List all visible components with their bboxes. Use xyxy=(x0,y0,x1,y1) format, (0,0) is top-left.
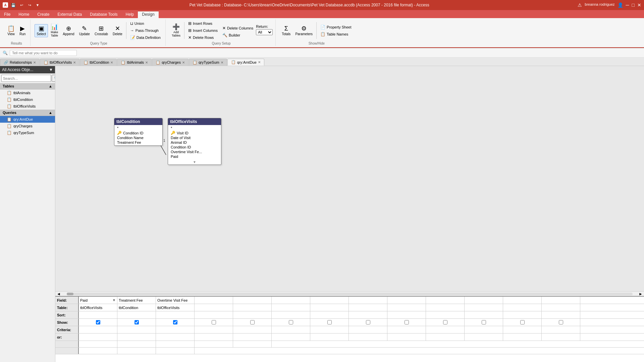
grid-table-6[interactable] xyxy=(272,304,310,311)
nav-item-qryTypeSum[interactable]: 📋 qryTypeSum xyxy=(0,129,55,136)
tab-tblAnimals[interactable]: 📋 tblAnimals ✕ xyxy=(117,59,152,66)
show-checkbox-12[interactable] xyxy=(520,320,525,324)
hscroll-left-btn[interactable]: ◄ xyxy=(55,292,62,296)
grid-criteria-6[interactable] xyxy=(272,326,310,333)
parameters-button[interactable]: ⚙ Parameters xyxy=(293,24,315,37)
show-checkbox-8[interactable] xyxy=(366,320,370,324)
redo-quick-btn[interactable]: ↪ xyxy=(26,2,33,8)
data-definition-button[interactable]: 📝 Data Definition xyxy=(128,34,163,41)
grid-criteria-13[interactable] xyxy=(542,326,580,333)
tblOfficeVisits-field-conditionid[interactable]: Condition ID xyxy=(168,145,221,149)
grid-criteria-5[interactable] xyxy=(233,326,272,333)
grid-show-1[interactable] xyxy=(79,319,117,326)
tab-home[interactable]: Home xyxy=(14,11,33,18)
grid-table-13[interactable] xyxy=(542,304,580,311)
grid-show-8[interactable] xyxy=(349,319,387,326)
tblOfficeVisits-close[interactable]: ✕ xyxy=(73,61,76,64)
append-button[interactable]: ⊕ Append xyxy=(61,24,76,37)
grid-sort-5[interactable] xyxy=(233,311,272,318)
grid-field-13[interactable] xyxy=(542,297,580,304)
grid-extra2-1[interactable] xyxy=(79,348,117,354)
grid-show-5[interactable] xyxy=(233,319,272,326)
grid-show-6[interactable] xyxy=(272,319,310,326)
grid-criteria-1[interactable] xyxy=(79,326,117,333)
table-names-button[interactable]: 📋 Table Names xyxy=(318,31,353,38)
tblAnimals-tab-close[interactable]: ✕ xyxy=(145,61,148,64)
grid-field-overtimefee[interactable]: Overtime Visit Fee xyxy=(156,297,195,304)
tab-qryAmtDue[interactable]: 📋 qry:AmtDue ✕ xyxy=(227,59,264,66)
grid-show-13[interactable] xyxy=(542,319,580,326)
show-checkbox-11[interactable] xyxy=(482,320,486,324)
show-checkbox-7[interactable] xyxy=(327,320,332,324)
grid-sort-2[interactable] xyxy=(117,311,156,318)
select-button[interactable]: ▣ Select xyxy=(35,24,48,37)
tab-external-data[interactable]: External Data xyxy=(53,11,86,18)
grid-field-11[interactable] xyxy=(465,297,503,304)
tab-create[interactable]: Create xyxy=(33,11,53,18)
grid-show-11[interactable] xyxy=(465,319,503,326)
grid-extra1-5[interactable] xyxy=(233,341,272,347)
grid-criteria-4[interactable] xyxy=(195,326,233,333)
qryCharges-tab-close[interactable]: ✕ xyxy=(182,61,185,64)
grid-table-overtimefee[interactable]: tblOfficeVisits xyxy=(156,304,195,311)
grid-extra2-3[interactable] xyxy=(156,348,195,354)
grid-criteria-3[interactable] xyxy=(156,326,195,333)
qryTypeSum-tab-close[interactable]: ✕ xyxy=(221,61,223,64)
builder-button[interactable]: 🔨 Builder xyxy=(220,32,255,39)
grid-show-3[interactable] xyxy=(156,319,195,326)
nav-section-queries[interactable]: Queries ▲ xyxy=(0,110,55,116)
grid-sort-11[interactable] xyxy=(465,311,503,318)
union-button[interactable]: ⊔ Union xyxy=(128,20,163,27)
tab-tblOfficeVisits[interactable]: 📋 tblOfficeVisits ✕ xyxy=(40,59,79,66)
grid-or-2[interactable] xyxy=(117,334,156,341)
totals-button[interactable]: Σ Totals xyxy=(280,24,292,37)
add-tables-button[interactable]: ➕ AddTables xyxy=(170,22,182,39)
grid-sort-1[interactable] xyxy=(79,311,117,318)
relationships-tab-close[interactable]: ✕ xyxy=(33,61,36,64)
grid-criteria-12[interactable] xyxy=(503,326,542,333)
grid-criteria-11[interactable] xyxy=(465,326,503,333)
tblCondition-field-conditionid[interactable]: 🔑 Condition ID xyxy=(114,130,162,135)
grid-table-9[interactable] xyxy=(387,304,426,311)
tblCondition-tab-close[interactable]: ✕ xyxy=(110,61,113,64)
grid-field-6[interactable] xyxy=(272,297,310,304)
nav-item-qryCharges[interactable]: 📋 qryCharges xyxy=(0,123,55,129)
grid-criteria-9[interactable] xyxy=(387,326,426,333)
tab-tblCondition[interactable]: 📋 tblCondition ✕ xyxy=(80,59,117,66)
maximize-btn[interactable]: □ xyxy=(632,2,635,8)
grid-sort-9[interactable] xyxy=(387,311,426,318)
grid-show-10[interactable] xyxy=(426,319,465,326)
show-checkbox-13[interactable] xyxy=(559,320,563,324)
crosstab-button[interactable]: ⊞ Crosstab xyxy=(93,24,110,37)
delete-columns-button2[interactable]: ✕ Delete Columns xyxy=(220,25,255,32)
tblCondition-field-treatmentfee[interactable]: Treatment Fee xyxy=(114,140,162,145)
grid-table-12[interactable] xyxy=(503,304,542,311)
grid-sort-7[interactable] xyxy=(310,311,349,318)
grid-field-7[interactable] xyxy=(310,297,349,304)
grid-show-9[interactable] xyxy=(387,319,426,326)
delete-button[interactable]: ✕ Delete xyxy=(111,24,124,37)
nav-section-tables[interactable]: Tables ▲ xyxy=(0,83,55,89)
grid-table-11[interactable] xyxy=(465,304,503,311)
nav-item-tblAnimals[interactable]: 📋 tblAnimals xyxy=(0,89,55,96)
qryAmtDue-tab-close[interactable]: ✕ xyxy=(258,60,261,64)
tblOfficeVisits-field-dateofvisit[interactable]: Date of Visit xyxy=(168,135,221,140)
insert-columns-button[interactable]: ⊞ Insert Columns xyxy=(186,27,220,34)
grid-criteria-10[interactable] xyxy=(426,326,465,333)
hscroll-right-btn[interactable]: ► xyxy=(637,292,644,296)
tab-design[interactable]: Design xyxy=(138,11,158,18)
grid-sort-12[interactable] xyxy=(503,311,542,318)
insert-rows-button[interactable]: ⊞ Insert Rows xyxy=(186,20,220,27)
show-checkbox-9[interactable] xyxy=(405,320,409,324)
qa-dropdown-btn[interactable]: ▼ xyxy=(34,2,41,8)
grid-table-paid[interactable]: tblOfficeVisits xyxy=(79,304,117,311)
show-checkbox-6[interactable] xyxy=(289,320,293,324)
tblOfficeVisits-field-animalid[interactable]: Animal ID xyxy=(168,140,221,145)
grid-table-4[interactable] xyxy=(195,304,233,311)
nav-item-tblOfficeVisits[interactable]: 📋 tblOfficeVisits xyxy=(0,103,55,110)
tell-me-input[interactable] xyxy=(10,50,77,56)
show-checkbox-1[interactable] xyxy=(96,320,100,324)
delete-rows-button[interactable]: ✕ Delete Rows xyxy=(186,34,220,41)
grid-or-1[interactable] xyxy=(79,334,117,341)
show-checkbox-5[interactable] xyxy=(250,320,255,324)
